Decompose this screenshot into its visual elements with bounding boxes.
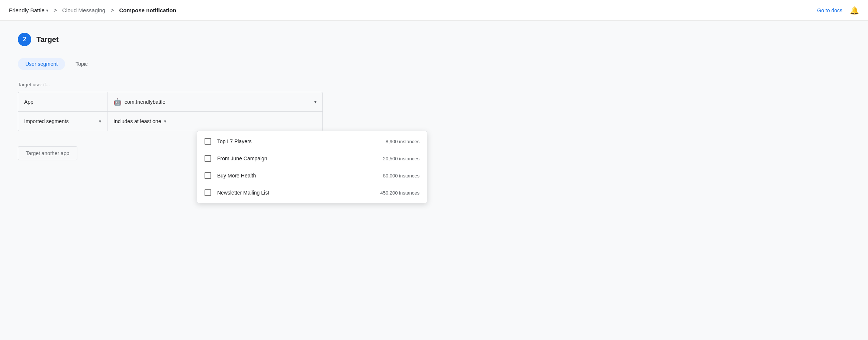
main-content: 2 Target User segment Topic Target user …: [0, 21, 446, 172]
checkbox-newsletter[interactable]: [205, 189, 211, 196]
checkbox-buy-more-health[interactable]: [205, 172, 211, 179]
app-header: Friendly Battle ▾ > Cloud Messaging > Co…: [0, 0, 868, 21]
target-user-label: Target user if...: [18, 82, 428, 87]
app-value: com.friendlybattle: [125, 99, 165, 105]
dropdown-item-0[interactable]: Top L7 Players 8,900 instances: [197, 133, 427, 150]
app-chevron-icon: ▾: [46, 8, 48, 13]
dropdown-item-name-3: Newsletter Mailing List: [217, 190, 374, 196]
app-dropdown-arrow-icon: ▾: [314, 99, 316, 105]
go-to-docs-link[interactable]: Go to docs: [817, 7, 842, 13]
app-name-dropdown[interactable]: Friendly Battle ▾: [9, 7, 48, 13]
app-row: App 🤖 com.friendlybattle ▾: [18, 92, 322, 112]
imported-segments-label-cell[interactable]: Imported segments ▾: [18, 112, 107, 131]
app-value-cell[interactable]: 🤖 com.friendlybattle ▾: [107, 92, 322, 111]
checkbox-from-june[interactable]: [205, 155, 211, 162]
dropdown-item-1[interactable]: From June Campaign 20,500 instances: [197, 150, 427, 167]
dropdown-item-count-3: 450,200 instances: [380, 190, 419, 196]
dropdown-item-count-2: 80,000 instances: [383, 173, 419, 179]
header-right: Go to docs 🔔: [817, 6, 859, 15]
dropdown-item-name-2: Buy More Health: [217, 173, 377, 179]
tab-topic[interactable]: Topic: [68, 58, 95, 70]
breadcrumb-separator: >: [54, 7, 57, 14]
imported-segments-value: Includes at least one: [113, 118, 161, 124]
tabs-container: User segment Topic: [18, 58, 428, 70]
dropdown-item-2[interactable]: Buy More Health 80,000 instances: [197, 167, 427, 184]
dropdown-item-name-0: Top L7 Players: [217, 138, 380, 144]
imported-segments-row: Imported segments ▾ Includes at least on…: [18, 112, 322, 131]
imported-segments-label: Imported segments: [24, 118, 69, 124]
step-title: Target: [36, 35, 59, 44]
dropdown-item-count-0: 8,900 instances: [386, 139, 419, 144]
breadcrumb-current: Compose notification: [119, 7, 176, 13]
step-header: 2 Target: [18, 33, 428, 46]
segment-value-dropdown-arrow-icon: ▾: [164, 119, 166, 124]
bell-icon[interactable]: 🔔: [850, 6, 859, 15]
imported-segments-value-cell[interactable]: Includes at least one ▾: [107, 112, 322, 131]
condition-table: App 🤖 com.friendlybattle ▾ Imported segm…: [18, 92, 323, 131]
dropdown-item-name-1: From June Campaign: [217, 155, 377, 161]
android-icon: 🤖: [113, 98, 122, 106]
segment-dropdown-menu: Top L7 Players 8,900 instances From June…: [197, 131, 427, 203]
app-name-label: Friendly Battle: [9, 7, 45, 13]
breadcrumb-section: Cloud Messaging: [62, 7, 105, 13]
app-label: App: [18, 92, 107, 111]
target-another-app-button[interactable]: Target another app: [18, 146, 77, 160]
step-badge: 2: [18, 33, 31, 46]
segment-label-dropdown-arrow-icon: ▾: [99, 119, 101, 124]
tab-user-segment[interactable]: User segment: [18, 58, 65, 70]
dropdown-item-3[interactable]: Newsletter Mailing List 450,200 instance…: [197, 184, 427, 201]
checkbox-top-l7[interactable]: [205, 138, 211, 145]
breadcrumb: Friendly Battle ▾ > Cloud Messaging > Co…: [9, 7, 176, 14]
breadcrumb-separator-2: >: [110, 7, 114, 14]
dropdown-item-count-1: 20,500 instances: [383, 156, 419, 161]
